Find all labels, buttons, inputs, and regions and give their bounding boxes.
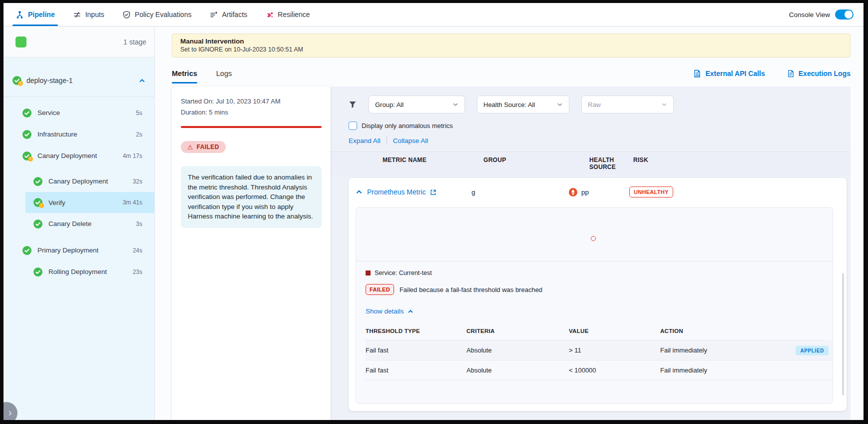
col-threshold-type: THRESHOLD TYPE	[366, 328, 466, 334]
raw-mode-dropdown[interactable]: Raw	[581, 96, 674, 114]
risk-badge-unhealthy: UNHEALTHY	[629, 186, 673, 198]
tab-pipeline[interactable]: Pipeline	[15, 3, 55, 26]
step-verify[interactable]: ! Verify 3m 41s	[25, 192, 154, 213]
failed-progress-bar	[181, 126, 322, 128]
banner-title: Manual Intervention	[180, 38, 842, 45]
threshold-value: > 11	[569, 346, 660, 354]
step-canary-deployment-group[interactable]: ! Canary Deployment 4m 17s	[3, 145, 154, 166]
sidebar-divider	[3, 96, 154, 97]
detail-scrollbar[interactable]	[842, 273, 844, 396]
collapse-chevron-up-icon[interactable]	[356, 188, 363, 196]
metric-group-value: g	[471, 188, 569, 196]
chevron-up-icon[interactable]	[139, 78, 145, 84]
anomalous-checkbox[interactable]	[349, 122, 357, 130]
threshold-table-header: THRESHOLD TYPE CRITERIA VALUE ACTION	[366, 328, 825, 334]
stage-count: 1 stage	[123, 38, 146, 46]
tab-logs[interactable]: Logs	[216, 64, 232, 84]
started-on: Started On: Jul 10, 2023 10:47 AM	[181, 98, 322, 105]
success-warning-icon: !	[33, 198, 42, 207]
show-details-link[interactable]: Show details	[366, 308, 825, 315]
metric-detail-panel: Service: Current-test FAILED Failed beca…	[356, 207, 833, 404]
step-label: Primary Deployment	[37, 246, 98, 254]
step-canary-deployment[interactable]: Canary Deployment 32s	[3, 170, 154, 192]
failed-status-badge: ⚠ FAILED	[181, 141, 226, 153]
success-icon	[33, 268, 42, 276]
step-duration: 32s	[133, 178, 142, 185]
warning-dot-icon: !	[18, 81, 23, 86]
api-document-icon: API	[693, 70, 701, 78]
health-source-filter-dropdown[interactable]: Health Source: All	[477, 96, 569, 114]
prometheus-icon	[569, 188, 577, 196]
tab-label: Inputs	[85, 10, 104, 18]
health-source-filter-value: Health Source: All	[483, 101, 535, 108]
collapse-all-link[interactable]: Collapse All	[393, 137, 429, 144]
manual-intervention-banner: Manual Intervention Set to IGNORE on 10-…	[172, 34, 851, 58]
anomalous-data-point[interactable]	[591, 236, 596, 241]
tab-resilience[interactable]: Resilience	[265, 3, 310, 26]
metrics-table-header: METRIC NAME GROUP HEALTH SOURCE RISK	[331, 152, 851, 175]
top-nav: Pipeline Inputs Policy Evaluations Artif…	[3, 3, 864, 26]
stage-name: deploy-stage-1	[26, 76, 134, 84]
content-tabs-row: Metrics Logs API External API Calls Exec…	[172, 64, 851, 84]
warning-dot-icon: !	[39, 203, 44, 208]
warning-dot-icon: !	[28, 156, 33, 162]
external-api-calls-link[interactable]: API External API Calls	[693, 70, 765, 78]
step-rolling-deployment[interactable]: Rolling Deployment 23s	[3, 261, 154, 282]
col-action: ACTION	[660, 328, 825, 334]
applied-badge: APPLIED	[796, 346, 829, 355]
step-service[interactable]: Service 5s	[3, 102, 154, 124]
tab-label: Pipeline	[28, 10, 55, 18]
execution-logs-link[interactable]: Execution Logs	[787, 70, 851, 78]
step-label: Service	[37, 109, 60, 116]
link-label: Execution Logs	[799, 70, 851, 78]
chevron-down-icon	[661, 102, 667, 108]
metric-name-link[interactable]: Prometheus Metric	[367, 188, 426, 196]
artifacts-icon	[209, 10, 218, 19]
metric-row: Prometheus Metric g pp UNHEALTHY	[349, 178, 847, 206]
failure-reason-row: FAILED Failed because a fail-fast thresh…	[366, 284, 825, 295]
threshold-type: Fail fast	[366, 366, 466, 374]
main-content: Manual Intervention Set to IGNORE on 10-…	[155, 26, 864, 420]
tab-artifacts[interactable]: Artifacts	[209, 3, 247, 26]
failed-badge: FAILED	[366, 284, 394, 295]
toggle-knob	[845, 10, 853, 18]
stage-status-icon: !	[12, 76, 21, 85]
success-icon	[22, 246, 31, 255]
success-icon	[22, 108, 31, 118]
show-details-label: Show details	[366, 308, 404, 315]
chevron-right-icon	[7, 410, 13, 416]
col-risk: RISK	[629, 156, 847, 170]
step-infrastructure[interactable]: Infrastructure 2s	[3, 124, 154, 145]
step-canary-delete[interactable]: Canary Delete 3s	[3, 213, 154, 234]
step-duration: 3m 41s	[123, 199, 142, 206]
group-filter-dropdown[interactable]: Group: All	[369, 96, 465, 114]
raw-mode-value: Raw	[588, 101, 601, 108]
success-icon	[33, 177, 42, 186]
tab-label: Resilience	[278, 10, 310, 18]
chevron-down-icon	[557, 102, 563, 108]
tab-policy-evaluations[interactable]: Policy Evaluations	[122, 3, 192, 26]
expand-all-link[interactable]: Expand All	[349, 137, 381, 144]
external-link-icon[interactable]	[430, 189, 436, 196]
verification-message: The verification failed due to anomalies…	[181, 166, 322, 228]
threshold-value: < 100000	[569, 366, 660, 374]
step-label: Infrastructure	[37, 130, 77, 138]
success-warning-icon: !	[22, 152, 31, 160]
threshold-criteria: Absolute	[466, 346, 569, 354]
svg-text:API: API	[696, 74, 700, 76]
resilience-icon	[265, 10, 274, 19]
warning-triangle-icon: ⚠	[187, 144, 193, 150]
stage-row-deploy-stage-1[interactable]: ! deploy-stage-1	[3, 70, 154, 90]
metric-row-card: Prometheus Metric g pp UNHEALTHY	[349, 178, 847, 411]
step-duration: 5s	[136, 110, 142, 116]
tab-metrics[interactable]: Metrics	[172, 64, 197, 84]
link-divider	[387, 136, 387, 144]
step-primary-deployment[interactable]: Primary Deployment 24s	[3, 240, 154, 261]
app-window: Pipeline Inputs Policy Evaluations Artif…	[3, 3, 864, 420]
console-view-toggle[interactable]	[835, 10, 854, 20]
tab-inputs[interactable]: Inputs	[73, 3, 104, 26]
console-view-control: Console View	[789, 10, 854, 20]
sidebar-header: 1 stage	[3, 26, 154, 58]
shield-check-icon	[122, 10, 131, 19]
legend-swatch	[366, 270, 371, 276]
